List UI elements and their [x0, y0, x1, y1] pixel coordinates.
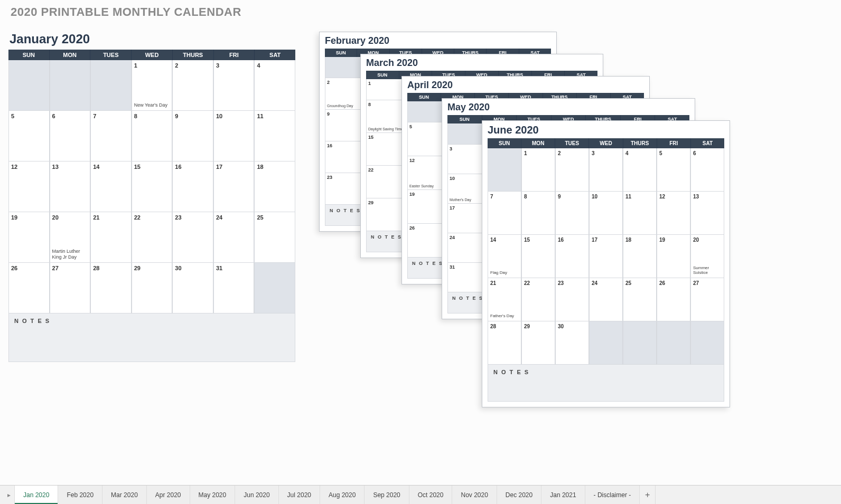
calendar-cell[interactable]: 2	[172, 60, 213, 111]
calendar-cell[interactable]	[657, 321, 690, 365]
calendar-cell[interactable]	[8, 60, 50, 111]
calendar-cell[interactable]: 9	[172, 111, 213, 161]
calendar-cell[interactable]: 11	[623, 192, 657, 235]
sheet-tab[interactable]: Jan 2021	[541, 486, 585, 504]
calendar-cell[interactable]: 13	[50, 161, 91, 212]
weekday-header: SUN	[8, 50, 50, 60]
calendar-cell[interactable]: 31	[213, 263, 255, 313]
calendar-cell[interactable]: 21Father's Day	[488, 278, 521, 321]
calendar-cell[interactable]: 5	[8, 111, 50, 161]
calendar-cell[interactable]: 23	[555, 278, 589, 321]
calendar-cell[interactable]: 28	[488, 321, 521, 365]
calendar-cell[interactable]: 13	[690, 192, 724, 235]
calendar-cell[interactable]: 22	[132, 212, 173, 263]
calendar-cell[interactable]	[589, 321, 623, 365]
calendar-cell[interactable]	[50, 60, 91, 111]
calendar-cell[interactable]: 24	[589, 278, 623, 321]
sheet-tab[interactable]: Mar 2020	[102, 486, 147, 504]
calendar-cell[interactable]	[488, 148, 521, 192]
calendar-cell[interactable]: 28	[90, 263, 132, 313]
calendar-cell[interactable]: 20Summer Solstice	[690, 235, 724, 278]
calendar-cell[interactable]: 10	[589, 192, 623, 235]
calendar-cell[interactable]: 23	[172, 212, 213, 263]
calendar-cell[interactable]: 1New Year's Day	[132, 60, 173, 111]
calendar-cell[interactable]: 14Flag Day	[488, 235, 521, 278]
calendar-cell[interactable]: 18	[254, 161, 295, 212]
sheet-tab[interactable]: Sep 2020	[365, 486, 409, 504]
sheet-tab[interactable]: Feb 2020	[58, 486, 102, 504]
calendar-cell[interactable]: 6	[690, 148, 724, 192]
calendar-cell[interactable]: 14	[90, 161, 132, 212]
calendar-cell[interactable]: 25	[623, 278, 657, 321]
sheet-tab[interactable]: Nov 2020	[452, 486, 497, 504]
tab-scroll-arrow-icon[interactable]: ▸	[3, 486, 15, 504]
sheet-tab[interactable]: May 2020	[190, 486, 236, 504]
calendar-cell[interactable]: 17	[589, 235, 623, 278]
calendar-cell[interactable]	[690, 321, 724, 365]
sheet-tab[interactable]: Jan 2020	[15, 486, 58, 504]
calendar-cell[interactable]: 26	[657, 278, 690, 321]
calendar-cell[interactable]: 4	[623, 148, 657, 192]
calendar-cell[interactable]	[90, 60, 132, 111]
calendar-cell[interactable]: 4	[254, 60, 295, 111]
calendar-cell[interactable]: 29	[132, 263, 173, 313]
sheet-tab-bar: ▸ Jan 2020Feb 2020Mar 2020Apr 2020May 20…	[0, 485, 841, 504]
weekday-header: MON	[50, 50, 91, 60]
add-sheet-button[interactable]: +	[640, 486, 656, 504]
calendar-cell[interactable]: 16	[172, 161, 213, 212]
calendar-cell[interactable]: 12	[657, 192, 690, 235]
weekday-header: TUES	[555, 138, 589, 148]
calendar-cell[interactable]: 1	[521, 148, 555, 192]
calendar-cell[interactable]: 19	[8, 212, 50, 263]
calendar-cell[interactable]: 24	[213, 212, 255, 263]
calendar-cell[interactable]: 8	[521, 192, 555, 235]
sheet-tab[interactable]: Aug 2020	[320, 486, 365, 504]
month-title: May 2020	[442, 99, 695, 115]
calendar-cell[interactable]: 22	[521, 278, 555, 321]
calendar-cell[interactable]	[623, 321, 657, 365]
calendar-cell[interactable]: 7	[90, 111, 132, 161]
calendar-cell[interactable]: 6	[50, 111, 91, 161]
weekday-header: TUES	[90, 50, 132, 60]
calendar-cell[interactable]: 9	[555, 192, 589, 235]
weekday-header: FRI	[657, 138, 691, 148]
calendar-cell[interactable]: 16	[555, 235, 589, 278]
calendar-cell[interactable]: 15	[132, 161, 173, 212]
calendar-cell[interactable]: 27	[690, 278, 724, 321]
calendar-cell[interactable]: 2	[555, 148, 589, 192]
sheet-tab[interactable]: Dec 2020	[497, 486, 541, 504]
calendar-cell[interactable]: 17	[213, 161, 255, 212]
calendar-cell[interactable]: 18	[623, 235, 657, 278]
month-title: March 2020	[361, 54, 603, 71]
calendar-cell[interactable]: 26	[8, 263, 50, 313]
weekday-header: SUN	[488, 138, 521, 148]
calendar-cell[interactable]: 20Martin Luther King Jr Day	[50, 212, 91, 263]
weekday-header: MON	[521, 138, 555, 148]
calendar-cell[interactable]: 29	[521, 321, 555, 365]
calendar-cell[interactable]: 25	[254, 212, 295, 263]
calendar-cell[interactable]: 27	[50, 263, 91, 313]
calendar-cell[interactable]	[254, 263, 295, 313]
calendar-cell[interactable]: 30	[555, 321, 589, 365]
sheet-tab[interactable]: Apr 2020	[147, 486, 190, 504]
notes-block: N O T E S	[488, 365, 724, 402]
month-title: June 2020	[482, 121, 730, 138]
sheet-tab[interactable]: Oct 2020	[409, 486, 453, 504]
calendar-cell[interactable]: 11	[254, 111, 295, 161]
calendar-cell[interactable]: 7	[488, 192, 521, 235]
calendar-cell[interactable]: 10	[213, 111, 255, 161]
calendar-cell[interactable]: 3	[589, 148, 623, 192]
weekday-header: WED	[589, 138, 623, 148]
calendar-cell[interactable]: 30	[172, 263, 213, 313]
calendar-cell[interactable]: 19	[657, 235, 690, 278]
calendar-cell[interactable]: 21	[90, 212, 132, 263]
sheet-tab[interactable]: Jul 2020	[279, 486, 320, 504]
sheet-tab[interactable]: - Disclaimer -	[585, 486, 640, 504]
calendar-cell[interactable]: 3	[213, 60, 255, 111]
calendar-cell[interactable]: 15	[521, 235, 555, 278]
calendar-cell[interactable]: 12	[8, 161, 50, 212]
calendar-cell[interactable]: 8	[132, 111, 173, 161]
calendar-cell[interactable]: 5	[657, 148, 690, 192]
month-title: January 2020	[8, 30, 295, 50]
sheet-tab[interactable]: Jun 2020	[235, 486, 278, 504]
